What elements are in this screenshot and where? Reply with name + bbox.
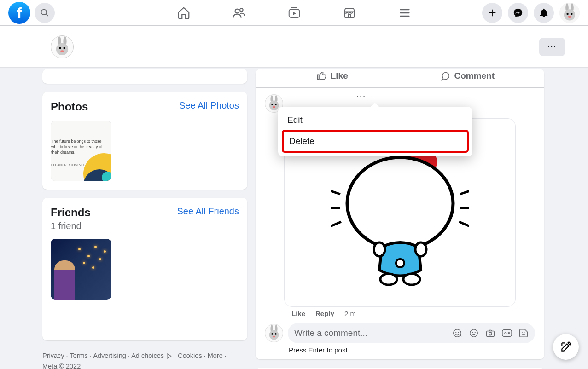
gif-icon: GIF	[502, 329, 512, 337]
marketplace-tab[interactable]	[324, 0, 375, 26]
svg-point-49	[489, 332, 492, 335]
footer-more[interactable]: More	[208, 352, 223, 359]
svg-point-24	[347, 157, 453, 249]
svg-point-52	[522, 332, 523, 333]
ellipsis-icon: ···	[356, 92, 367, 100]
sticky-avatar[interactable]	[51, 35, 74, 58]
svg-point-20	[275, 104, 277, 105]
footer-links: Privacy · Terms · Advertising · Ad choic…	[42, 351, 247, 369]
marketplace-icon	[343, 6, 356, 20]
svg-point-33	[403, 274, 420, 285]
svg-point-18	[269, 100, 279, 110]
svg-point-32	[380, 274, 397, 285]
comment-reply-button[interactable]: Reply	[315, 310, 334, 317]
post-actions-row: Like Comment	[256, 69, 544, 88]
comment-options-menu: Edit Delete	[278, 107, 472, 156]
home-icon	[177, 6, 191, 20]
compose-fab[interactable]	[553, 334, 579, 360]
svg-point-40	[275, 333, 277, 335]
svg-point-21	[273, 106, 275, 108]
camera-button[interactable]	[485, 328, 495, 338]
svg-point-0	[235, 9, 239, 13]
avatar-sticker-button[interactable]	[452, 328, 462, 338]
enter-to-post-hint: Press Enter to post.	[256, 345, 544, 359]
svg-point-47	[475, 332, 476, 333]
svg-point-39	[271, 333, 273, 335]
footer-terms[interactable]: Terms	[70, 352, 87, 359]
footer-cookies[interactable]: Cookies	[178, 352, 202, 359]
svg-point-6	[564, 9, 575, 20]
svg-text:GIF: GIF	[504, 331, 510, 335]
svg-point-15	[60, 50, 64, 52]
friend-thumbnail[interactable]	[51, 239, 111, 300]
watch-tab[interactable]	[268, 0, 320, 26]
ellipsis-icon: ···	[547, 43, 556, 51]
like-label: Like	[331, 71, 348, 81]
footer-advertising[interactable]: Advertising	[93, 352, 126, 359]
like-button[interactable]: Like	[265, 71, 400, 81]
profile-sticky-header: ···	[0, 26, 588, 67]
profile-avatar-button[interactable]	[559, 3, 580, 23]
notifications-button[interactable]	[534, 3, 554, 23]
svg-point-14	[63, 47, 65, 49]
footer-privacy[interactable]: Privacy	[42, 352, 64, 359]
footer-adchoices[interactable]: Ad choices	[131, 352, 164, 359]
bell-icon	[539, 8, 549, 18]
facebook-logo[interactable]: f	[8, 2, 30, 24]
footer-meta: Meta © 2022	[42, 363, 81, 369]
sticker-icon	[518, 328, 529, 338]
see-all-friends-link[interactable]: See All Friends	[177, 206, 239, 217]
my-avatar[interactable]	[265, 324, 283, 342]
like-icon	[317, 71, 327, 81]
friends-count: 1 friend	[51, 221, 91, 231]
profile-more-button[interactable]: ···	[539, 38, 565, 56]
svg-point-7	[566, 13, 568, 15]
svg-point-45	[470, 329, 478, 337]
menu-edit-item[interactable]: Edit	[282, 110, 469, 130]
menu-delete-item[interactable]: Delete	[282, 130, 469, 153]
svg-line-27	[331, 222, 341, 231]
friends-tab[interactable]	[213, 0, 265, 26]
menu-tab[interactable]	[379, 0, 431, 26]
svg-point-12	[56, 43, 68, 55]
sticker-button[interactable]	[518, 328, 529, 338]
svg-point-42	[454, 329, 461, 337]
messenger-button[interactable]	[508, 3, 528, 23]
photo-thumbnail[interactable]: The future belongs to those who believe …	[51, 121, 111, 181]
logo-letter: f	[17, 4, 22, 22]
emoji-button[interactable]	[469, 328, 479, 338]
bunny-avatar-icon	[265, 324, 283, 342]
see-all-photos-link[interactable]: See All Photos	[179, 100, 239, 111]
svg-line-30	[459, 222, 469, 231]
create-button[interactable]	[482, 3, 502, 23]
svg-point-41	[273, 336, 275, 338]
svg-point-38	[269, 330, 279, 340]
svg-point-1	[240, 8, 243, 12]
svg-point-19	[271, 104, 273, 105]
top-nav: f	[0, 0, 588, 26]
svg-line-28	[460, 187, 469, 194]
search-button[interactable]	[35, 3, 55, 23]
svg-point-9	[568, 16, 571, 18]
home-tab[interactable]	[158, 0, 210, 26]
svg-point-46	[472, 332, 473, 333]
comment-like-button[interactable]: Like	[291, 310, 305, 317]
photos-card: Photos See All Photos The future belongs…	[42, 92, 247, 190]
friends-title: Friends	[51, 206, 91, 219]
svg-point-13	[59, 47, 61, 49]
intro-card-peek	[42, 69, 247, 84]
svg-point-31	[396, 259, 404, 267]
comment-button[interactable]: Comment	[400, 71, 536, 81]
svg-point-34	[374, 242, 385, 256]
comment-compose-row: Write a comment... GIF	[256, 320, 544, 345]
left-column: Photos See All Photos The future belongs…	[42, 69, 247, 369]
photos-title: Photos	[51, 100, 88, 113]
edit-icon	[560, 341, 572, 353]
svg-point-35	[415, 242, 426, 256]
emoji-icon	[469, 328, 479, 338]
photo-quote-text: The future belongs to those who believe …	[51, 138, 111, 155]
comment-options-button[interactable]: ···	[352, 92, 371, 101]
comment-input[interactable]: Write a comment... GIF	[288, 323, 535, 343]
friends-card: Friends 1 friend See All Friends	[42, 198, 247, 340]
gif-button[interactable]: GIF	[502, 328, 512, 338]
